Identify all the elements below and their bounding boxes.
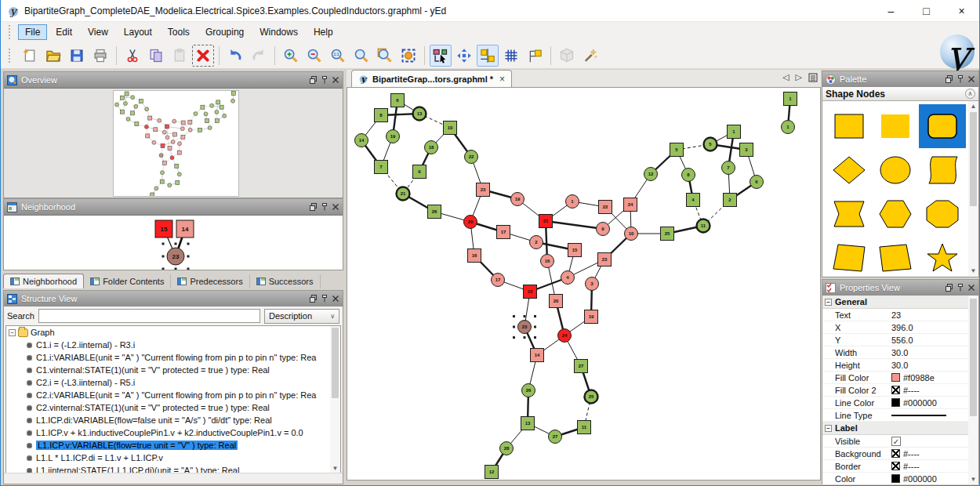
pin-panel-icon[interactable] [956, 284, 964, 292]
snap-lines-button[interactable] [477, 45, 499, 67]
menu-item-edit[interactable]: Edit [49, 24, 79, 40]
selection-handle[interactable] [534, 315, 536, 317]
palette-shape-star-5[interactable] [919, 236, 966, 276]
structure-filter-dropdown[interactable]: Description ∨ [264, 309, 339, 324]
pin-panel-icon[interactable] [321, 295, 328, 303]
tree-root[interactable]: −Graph [6, 326, 340, 339]
palette-shape-trapezoid[interactable] [826, 236, 873, 276]
section-expander-icon[interactable]: − [825, 299, 832, 306]
properties-panel-titlebar[interactable]: Properties View [822, 280, 978, 296]
palette-shape-diamond[interactable] [826, 148, 873, 192]
delete-button[interactable] [192, 45, 214, 67]
paste-button[interactable] [169, 45, 191, 67]
menu-item-file[interactable]: File [18, 24, 47, 40]
checkbox-checked-icon[interactable]: ✓ [891, 437, 901, 446]
save-button[interactable] [66, 45, 88, 67]
selection-handle[interactable] [513, 336, 515, 339]
copy-button[interactable] [145, 45, 167, 67]
tree-item[interactable]: L1.ICP.v + k1.inductiveCouplePin1.v + k2… [6, 426, 340, 439]
property-row-height[interactable]: Height30.0 [822, 359, 978, 372]
overview-panel-buttons[interactable] [310, 76, 339, 84]
scroll-down-icon[interactable]: ▼ [968, 474, 978, 484]
zoom-out-button[interactable] [303, 45, 325, 67]
selection-handle[interactable] [534, 336, 536, 339]
palette-shape-round-rectangle[interactable] [919, 104, 966, 148]
graph-canvas[interactable]: 6813101419182279212326192017211111535712… [347, 88, 821, 481]
float-panel-icon[interactable] [946, 75, 953, 83]
fit-content-button[interactable] [397, 45, 419, 67]
grid-button[interactable] [500, 45, 522, 67]
palette-panel-titlebar[interactable]: Palette [822, 71, 978, 87]
palette-shape-curved-rectangle[interactable] [919, 148, 966, 192]
pan-mode-button[interactable] [453, 45, 475, 67]
zoom-1-1-button[interactable]: 1:1 [327, 45, 349, 67]
close-panel-icon[interactable] [967, 284, 975, 292]
selection-handle[interactable] [175, 268, 177, 270]
menu-item-layout[interactable]: Layout [117, 24, 159, 40]
overview-minimap[interactable] [113, 90, 239, 197]
scroll-down-icon[interactable]: ▼ [968, 266, 978, 276]
palette-shape-concave-hexagon[interactable] [826, 192, 873, 236]
property-row-fill-color[interactable]: Fill Color#f0988e [822, 372, 978, 384]
float-panel-icon[interactable] [310, 203, 318, 211]
neighborhood-panel-titlebar[interactable]: Neighborhood [4, 199, 343, 215]
tab-next-icon[interactable]: ▷ [796, 72, 802, 82]
document-tab[interactable]: y BipartiteGrap...tors.graphml * × [351, 70, 512, 87]
menu-item-view[interactable]: View [81, 24, 115, 40]
tree-item[interactable]: C2.vinternal:STATE(1)(unit = "V" protect… [6, 401, 340, 414]
structure-hscrollbar[interactable] [4, 473, 343, 484]
palette-section-header[interactable]: Shape Nodes ∧ [822, 87, 978, 101]
graph-edge[interactable] [546, 221, 603, 229]
selection-handle[interactable] [513, 326, 515, 328]
undo-button[interactable] [224, 45, 246, 67]
properties-scrollbar[interactable]: ▼ [968, 296, 978, 484]
property-row-line-color[interactable]: Line Color#000000 [822, 397, 978, 409]
property-row-y[interactable]: Y556.0 [822, 334, 978, 346]
palette-shape-trapezoid-2[interactable] [873, 236, 920, 276]
palette-panel-buttons[interactable] [946, 75, 975, 83]
tree-item[interactable]: L1.ICP.v:VARIABLE(flow=true unit = "V" )… [6, 439, 340, 452]
zoom-button[interactable] [350, 45, 372, 67]
palette-shape-ellipse[interactable] [873, 148, 920, 192]
tab-list-icon[interactable] [808, 73, 818, 82]
document-tab-close-icon[interactable]: × [499, 74, 505, 85]
cut-button[interactable] [122, 45, 143, 67]
property-row-width[interactable]: Width30.0 [822, 346, 978, 359]
selection-handle[interactable] [187, 256, 190, 258]
palette-shape-octagon[interactable] [919, 192, 966, 236]
tree-item[interactable]: L1.ICP.di:VARIABLE(flow=false unit = "A/… [6, 414, 340, 426]
float-panel-icon[interactable] [310, 295, 318, 303]
property-section-label[interactable]: −Label [822, 422, 978, 435]
edit-mode-button[interactable] [430, 45, 452, 67]
menu-item-help[interactable]: Help [307, 24, 340, 40]
pin-panel-icon[interactable] [321, 76, 328, 84]
layout-wand-button[interactable] [579, 45, 601, 67]
new-button[interactable] [19, 45, 41, 67]
float-panel-icon[interactable] [946, 284, 953, 292]
tree-item[interactable]: C1.vinternal:STATE(1)(unit = "V" protect… [6, 364, 340, 376]
close-panel-icon[interactable] [967, 75, 975, 83]
edge-label-button[interactable] [524, 45, 546, 67]
pin-panel-icon[interactable] [321, 203, 328, 211]
selection-handle[interactable] [534, 326, 536, 328]
neighborhood-tab-neighborhood[interactable]: Neighborhood [3, 274, 84, 288]
neighborhood-tab-folder-contents[interactable]: Folder Contents [84, 274, 171, 288]
zoom-selection-button[interactable] [374, 45, 396, 67]
properties-panel-buttons[interactable] [946, 284, 975, 292]
close-panel-icon[interactable] [332, 203, 339, 211]
tree-item[interactable]: C1.i:VARIABLE(unit = "A" ) "Current flow… [6, 351, 340, 364]
property-section-general[interactable]: −General [822, 296, 978, 309]
tree-item[interactable]: C1.i = (-L2.iinternal) - R3.i [6, 339, 340, 351]
neighborhood-tab-predecessors[interactable]: Predecessors [171, 274, 249, 288]
menu-item-windows[interactable]: Windows [252, 24, 305, 40]
property-row-background[interactable]: Background#---- [822, 448, 978, 460]
structure-scrollbar[interactable]: ▼ [330, 326, 340, 473]
selection-handle[interactable] [187, 243, 190, 245]
selection-handle[interactable] [162, 243, 165, 245]
property-row-text[interactable]: Text23 [822, 309, 978, 321]
tree-item[interactable]: C2.i:VARIABLE(unit = "A" ) "Current flow… [6, 389, 340, 401]
open-button[interactable] [42, 45, 64, 67]
overview-panel-titlebar[interactable]: Overview [4, 72, 343, 88]
tree-expander-icon[interactable]: − [9, 329, 16, 336]
float-panel-icon[interactable] [310, 76, 318, 84]
